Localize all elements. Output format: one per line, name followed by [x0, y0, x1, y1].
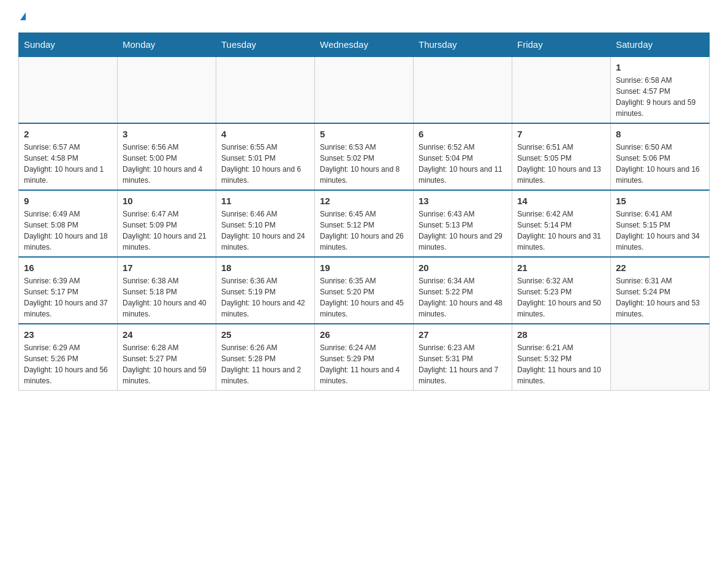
- calendar-cell: [512, 56, 611, 123]
- day-info: Sunrise: 6:45 AM Sunset: 5:12 PM Dayligh…: [320, 209, 408, 253]
- calendar-cell: 3Sunrise: 6:56 AM Sunset: 5:00 PM Daylig…: [118, 123, 216, 190]
- day-number: 23: [24, 329, 112, 340]
- day-number: 17: [123, 262, 211, 273]
- day-info: Sunrise: 6:58 AM Sunset: 4:57 PM Dayligh…: [616, 75, 704, 119]
- calendar-cell: 19Sunrise: 6:35 AM Sunset: 5:20 PM Dayli…: [315, 257, 414, 324]
- week-row-5: 23Sunrise: 6:29 AM Sunset: 5:26 PM Dayli…: [19, 324, 710, 391]
- day-info: Sunrise: 6:31 AM Sunset: 5:24 PM Dayligh…: [616, 275, 704, 320]
- calendar-cell: 4Sunrise: 6:55 AM Sunset: 5:01 PM Daylig…: [216, 123, 315, 190]
- day-number: 13: [419, 196, 507, 206]
- calendar-cell: 14Sunrise: 6:42 AM Sunset: 5:14 PM Dayli…: [512, 190, 611, 257]
- day-info: Sunrise: 6:41 AM Sunset: 5:15 PM Dayligh…: [616, 209, 704, 253]
- day-info: Sunrise: 6:51 AM Sunset: 5:05 PM Dayligh…: [517, 142, 605, 186]
- day-info: Sunrise: 6:26 AM Sunset: 5:28 PM Dayligh…: [221, 342, 309, 386]
- day-info: Sunrise: 6:23 AM Sunset: 5:31 PM Dayligh…: [419, 342, 507, 386]
- weekday-header-saturday: Saturday: [611, 33, 710, 57]
- calendar-cell: 8Sunrise: 6:50 AM Sunset: 5:06 PM Daylig…: [611, 123, 710, 190]
- day-number: 16: [24, 262, 112, 273]
- day-info: Sunrise: 6:35 AM Sunset: 5:20 PM Dayligh…: [320, 275, 408, 320]
- calendar-cell: 11Sunrise: 6:46 AM Sunset: 5:10 PM Dayli…: [216, 190, 315, 257]
- calendar-cell: [315, 56, 414, 123]
- day-number: 15: [616, 196, 704, 206]
- weekday-header-thursday: Thursday: [414, 33, 512, 57]
- day-info: Sunrise: 6:46 AM Sunset: 5:10 PM Dayligh…: [221, 209, 309, 253]
- calendar-cell: 13Sunrise: 6:43 AM Sunset: 5:13 PM Dayli…: [414, 190, 512, 257]
- day-info: Sunrise: 6:50 AM Sunset: 5:06 PM Dayligh…: [616, 142, 704, 186]
- day-info: Sunrise: 6:38 AM Sunset: 5:18 PM Dayligh…: [123, 275, 211, 320]
- day-number: 12: [320, 196, 408, 206]
- day-number: 18: [221, 262, 309, 273]
- day-number: 2: [24, 129, 112, 139]
- calendar-cell: 18Sunrise: 6:36 AM Sunset: 5:19 PM Dayli…: [216, 257, 315, 324]
- page-header: [18, 12, 710, 20]
- weekday-header-row: SundayMondayTuesdayWednesdayThursdayFrid…: [19, 33, 710, 57]
- calendar-cell: 21Sunrise: 6:32 AM Sunset: 5:23 PM Dayli…: [512, 257, 611, 324]
- calendar-cell: 10Sunrise: 6:47 AM Sunset: 5:09 PM Dayli…: [118, 190, 216, 257]
- weekday-header-friday: Friday: [512, 33, 611, 57]
- weekday-header-tuesday: Tuesday: [216, 33, 315, 57]
- day-number: 5: [320, 129, 408, 139]
- calendar-cell: [19, 56, 118, 123]
- calendar-cell: 20Sunrise: 6:34 AM Sunset: 5:22 PM Dayli…: [414, 257, 512, 324]
- calendar-cell: 27Sunrise: 6:23 AM Sunset: 5:31 PM Dayli…: [414, 324, 512, 391]
- day-number: 6: [419, 129, 507, 139]
- calendar-cell: 15Sunrise: 6:41 AM Sunset: 5:15 PM Dayli…: [611, 190, 710, 257]
- day-number: 22: [616, 262, 704, 273]
- calendar-cell: 7Sunrise: 6:51 AM Sunset: 5:05 PM Daylig…: [512, 123, 611, 190]
- day-info: Sunrise: 6:49 AM Sunset: 5:08 PM Dayligh…: [24, 209, 112, 253]
- calendar-cell: [414, 56, 512, 123]
- day-number: 25: [221, 329, 309, 340]
- calendar-cell: [216, 56, 315, 123]
- week-row-1: 1Sunrise: 6:58 AM Sunset: 4:57 PM Daylig…: [19, 56, 710, 123]
- week-row-4: 16Sunrise: 6:39 AM Sunset: 5:17 PM Dayli…: [19, 257, 710, 324]
- calendar-cell: 12Sunrise: 6:45 AM Sunset: 5:12 PM Dayli…: [315, 190, 414, 257]
- calendar-cell: 1Sunrise: 6:58 AM Sunset: 4:57 PM Daylig…: [611, 56, 710, 123]
- weekday-header-wednesday: Wednesday: [315, 33, 414, 57]
- day-info: Sunrise: 6:39 AM Sunset: 5:17 PM Dayligh…: [24, 275, 112, 320]
- calendar-cell: 9Sunrise: 6:49 AM Sunset: 5:08 PM Daylig…: [19, 190, 118, 257]
- calendar-cell: 24Sunrise: 6:28 AM Sunset: 5:27 PM Dayli…: [118, 324, 216, 391]
- day-number: 10: [123, 196, 211, 206]
- weekday-header-sunday: Sunday: [19, 33, 118, 57]
- day-info: Sunrise: 6:53 AM Sunset: 5:02 PM Dayligh…: [320, 142, 408, 186]
- day-number: 28: [517, 329, 605, 340]
- calendar-cell: 25Sunrise: 6:26 AM Sunset: 5:28 PM Dayli…: [216, 324, 315, 391]
- day-info: Sunrise: 6:32 AM Sunset: 5:23 PM Dayligh…: [517, 275, 605, 320]
- day-info: Sunrise: 6:52 AM Sunset: 5:04 PM Dayligh…: [419, 142, 507, 186]
- day-number: 3: [123, 129, 211, 139]
- calendar-cell: 26Sunrise: 6:24 AM Sunset: 5:29 PM Dayli…: [315, 324, 414, 391]
- day-number: 11: [221, 196, 309, 206]
- day-info: Sunrise: 6:47 AM Sunset: 5:09 PM Dayligh…: [123, 209, 211, 253]
- week-row-3: 9Sunrise: 6:49 AM Sunset: 5:08 PM Daylig…: [19, 190, 710, 257]
- day-info: Sunrise: 6:55 AM Sunset: 5:01 PM Dayligh…: [221, 142, 309, 186]
- day-number: 9: [24, 196, 112, 206]
- day-info: Sunrise: 6:43 AM Sunset: 5:13 PM Dayligh…: [419, 209, 507, 253]
- day-info: Sunrise: 6:24 AM Sunset: 5:29 PM Dayligh…: [320, 342, 408, 386]
- day-number: 27: [419, 329, 507, 340]
- logo-triangle-icon: [20, 12, 26, 20]
- day-info: Sunrise: 6:21 AM Sunset: 5:32 PM Dayligh…: [517, 342, 605, 386]
- day-number: 8: [616, 129, 704, 139]
- day-info: Sunrise: 6:28 AM Sunset: 5:27 PM Dayligh…: [123, 342, 211, 386]
- day-info: Sunrise: 6:57 AM Sunset: 4:58 PM Dayligh…: [24, 142, 112, 186]
- weekday-header-monday: Monday: [118, 33, 216, 57]
- calendar-cell: 28Sunrise: 6:21 AM Sunset: 5:32 PM Dayli…: [512, 324, 611, 391]
- day-info: Sunrise: 6:42 AM Sunset: 5:14 PM Dayligh…: [517, 209, 605, 253]
- calendar-cell: 2Sunrise: 6:57 AM Sunset: 4:58 PM Daylig…: [19, 123, 118, 190]
- calendar-cell: 16Sunrise: 6:39 AM Sunset: 5:17 PM Dayli…: [19, 257, 118, 324]
- day-number: 14: [517, 196, 605, 206]
- calendar-table: SundayMondayTuesdayWednesdayThursdayFrid…: [18, 33, 710, 391]
- calendar-cell: 6Sunrise: 6:52 AM Sunset: 5:04 PM Daylig…: [414, 123, 512, 190]
- week-row-2: 2Sunrise: 6:57 AM Sunset: 4:58 PM Daylig…: [19, 123, 710, 190]
- calendar-cell: 5Sunrise: 6:53 AM Sunset: 5:02 PM Daylig…: [315, 123, 414, 190]
- day-info: Sunrise: 6:29 AM Sunset: 5:26 PM Dayligh…: [24, 342, 112, 386]
- day-number: 21: [517, 262, 605, 273]
- day-number: 24: [123, 329, 211, 340]
- day-info: Sunrise: 6:34 AM Sunset: 5:22 PM Dayligh…: [419, 275, 507, 320]
- day-number: 7: [517, 129, 605, 139]
- logo: [18, 12, 26, 20]
- day-number: 26: [320, 329, 408, 340]
- calendar-cell: [611, 324, 710, 391]
- calendar-cell: 17Sunrise: 6:38 AM Sunset: 5:18 PM Dayli…: [118, 257, 216, 324]
- day-info: Sunrise: 6:56 AM Sunset: 5:00 PM Dayligh…: [123, 142, 211, 186]
